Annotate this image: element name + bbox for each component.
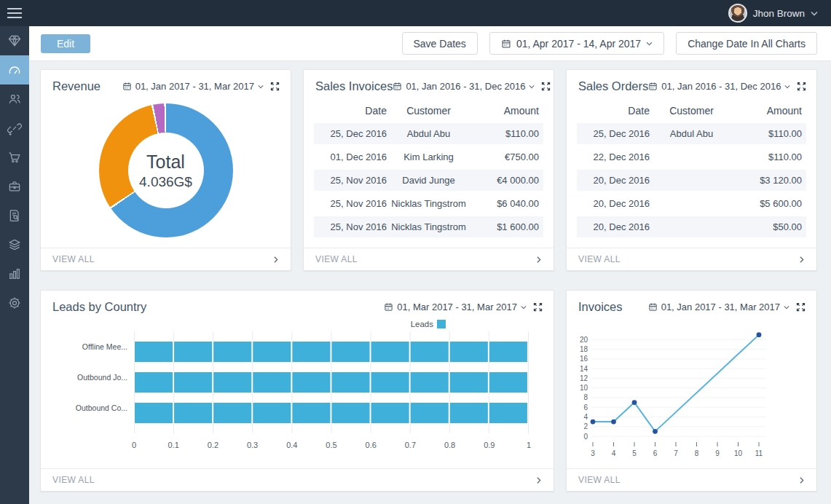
table-cell: 20, Dec 2016 [581, 175, 650, 186]
calendar-icon [122, 82, 132, 91]
table-cell: Abdul Abu [650, 128, 733, 139]
sidebar [0, 26, 29, 504]
chevron-down-icon [646, 42, 653, 46]
table-cell: $50.00 [733, 221, 802, 232]
expand-icon[interactable] [269, 81, 280, 92]
data-point [757, 332, 762, 337]
table-row: 25, Nov 2016David Junge€4 000.00 [314, 170, 543, 191]
sales-invoices-card: Sales Invoices 01, Jan 2016 - 31, Dec 20… [303, 69, 554, 271]
revenue-date-range-picker[interactable]: 01, Jan 2017 - 31, Mar 2017 [122, 81, 264, 92]
edit-button[interactable]: Edit [41, 34, 90, 53]
chevron-down-icon [521, 305, 527, 310]
invoices-date-range-picker[interactable]: 01, Jan 2017 - 31, Mar 2017 [648, 302, 789, 312]
bar-category-label: Outbound Co... [52, 393, 134, 423]
view-all-label: VIEW ALL [315, 254, 358, 264]
document-search-icon [7, 208, 22, 223]
table-row: 20, Dec 2016$5 600.00 [577, 193, 806, 214]
chevron-right-icon [534, 255, 543, 264]
invoices-view-all[interactable]: VIEW ALL [567, 468, 816, 491]
table-cell: Nicklas Tingstrom [387, 221, 470, 232]
chevron-down-icon [258, 84, 264, 89]
sidebar-item-contacts[interactable] [0, 84, 29, 114]
revenue-view-all[interactable]: VIEW ALL [41, 248, 291, 270]
chart-legend[interactable]: Leads [41, 318, 554, 331]
x-axis-tick-label: 0 [132, 441, 136, 449]
view-all-label: VIEW ALL [52, 254, 95, 264]
x-axis-tick-label: 9 [715, 449, 720, 457]
x-axis-tick-label: 0.4 [286, 441, 297, 449]
table-row: 25, Dec 2016Abdul Abu$110.00 [314, 123, 543, 144]
save-dates-button[interactable]: Save Dates [402, 32, 478, 55]
table-cell: $110.00 [470, 128, 539, 139]
table-cell: 25, Nov 2016 [318, 198, 387, 209]
sidebar-item-dashboard[interactable] [0, 55, 29, 84]
sidebar-item-gem[interactable] [0, 26, 29, 55]
global-date-range-picker[interactable]: 01, Apr 2017 - 14, Apr 2017 [489, 32, 664, 55]
data-point [653, 429, 658, 434]
sidebar-item-settings[interactable] [0, 288, 29, 318]
sales-invoices-view-all[interactable]: VIEW ALL [304, 248, 554, 270]
table-cell: 01, Dec 2016 [318, 151, 387, 162]
user-name: Jhon Brown [753, 8, 805, 19]
card-date-range-text: 01, Jan 2017 - 31, Mar 2017 [135, 81, 254, 92]
expand-icon[interactable] [532, 302, 543, 312]
revenue-donut-chart: Total 4.036G$ [99, 103, 233, 237]
sidebar-item-orders[interactable] [0, 143, 29, 172]
calendar-icon [648, 302, 658, 312]
data-point [591, 420, 596, 425]
sales-invoices-date-range-picker[interactable]: 01, Jan 2016 - 31, Dec 2016 [393, 81, 535, 92]
avatar [728, 4, 747, 23]
main-area: Edit Save Dates 01, Apr 2017 - 14, Apr 2… [29, 26, 831, 504]
gauge-icon [7, 63, 22, 77]
y-axis-tick-label: 8 [583, 393, 588, 401]
expand-icon[interactable] [540, 81, 551, 92]
card-date-range-text: 01, Mar 2017 - 31, Mar 2017 [397, 302, 517, 312]
leads-view-all[interactable]: VIEW ALL [41, 468, 554, 491]
chevron-right-icon [271, 255, 280, 264]
table-cell: Kim Larking [387, 151, 470, 162]
column-header-date: Date [581, 105, 650, 117]
legend-label: Leads [411, 320, 433, 328]
hamburger-menu-icon[interactable] [0, 0, 29, 26]
y-axis-tick-label: 20 [580, 336, 588, 344]
table-header: Date Customer Amount [314, 99, 543, 123]
table-cell: 20, Dec 2016 [581, 198, 650, 209]
table-row: 25, Nov 2016Nicklas Tingstrom$1 600.00 [314, 216, 543, 237]
sidebar-item-analytics[interactable] [0, 259, 29, 288]
calendar-icon [648, 82, 658, 91]
sidebar-item-reports[interactable] [0, 201, 29, 230]
change-date-all-charts-button[interactable]: Change Date In All Charts [676, 32, 817, 55]
sidebar-item-layers[interactable] [0, 230, 29, 259]
sales-orders-view-all[interactable]: VIEW ALL [567, 248, 816, 270]
sidebar-item-links[interactable] [0, 114, 29, 143]
card-title: Leads by Country [52, 300, 146, 314]
bar [134, 342, 528, 362]
donut-center: Total 4.036G$ [128, 133, 204, 208]
y-axis-tick-label: 0 [583, 433, 588, 441]
dashboard-content: Revenue 01, Jan 2017 - 31, Mar 2017 [29, 61, 831, 492]
card-title: Sales Invoices [315, 79, 393, 93]
link-icon [7, 121, 22, 135]
chevron-down-icon [784, 84, 790, 89]
column-header-customer: Customer [387, 105, 470, 117]
bar-category-label: Offline Mee... [52, 331, 134, 362]
expand-icon[interactable] [796, 81, 807, 92]
sidebar-item-business[interactable] [0, 172, 29, 201]
cart-icon [7, 150, 22, 165]
table-cell: 25, Dec 2016 [318, 128, 387, 139]
table-row: 01, Dec 2016Kim Larking€750.00 [314, 146, 543, 168]
gear-icon [7, 296, 22, 310]
table-row: 25, Dec 2016Abdul Abu$110.00 [577, 123, 806, 144]
x-axis-tick-label: 6 [653, 449, 658, 457]
sales-invoices-table: Date Customer Amount 25, Dec 2016Abdul A… [304, 98, 554, 237]
gem-icon [7, 34, 22, 48]
table-header: Date Customer Amount [577, 99, 806, 123]
leads-date-range-picker[interactable]: 01, Mar 2017 - 31, Mar 2017 [384, 302, 527, 312]
x-axis-tick-label: 7 [674, 449, 678, 457]
bar-category-label: Outbound Jo... [52, 362, 134, 393]
user-menu[interactable]: Jhon Brown [728, 4, 831, 23]
column-header-customer: Customer [650, 105, 733, 117]
sales-orders-date-range-picker[interactable]: 01, Jan 2016 - 31, Dec 2016 [648, 81, 790, 92]
x-axis-tick-label: 5 [632, 449, 637, 457]
expand-icon[interactable] [795, 302, 806, 312]
